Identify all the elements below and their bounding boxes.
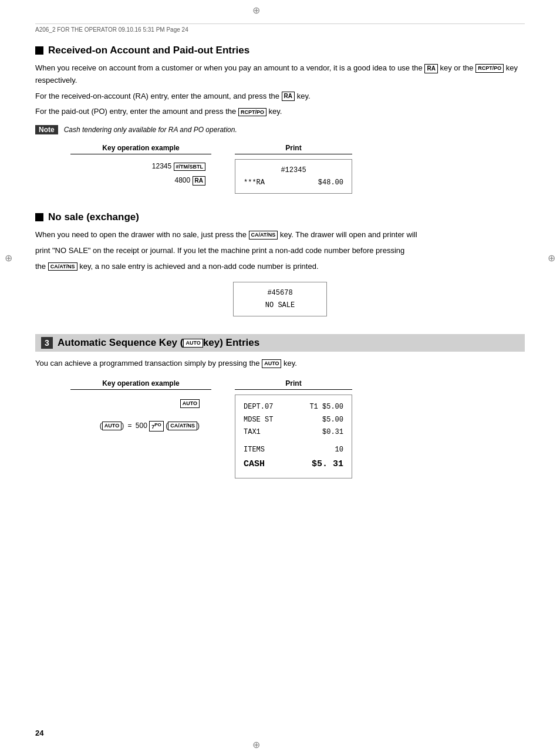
ra-para2-end: key. (297, 92, 311, 100)
section-ns-title: No sale (exchange) (35, 211, 525, 223)
key-auto-p1: AUTO (262, 359, 281, 368)
auto-eq-sign: = (128, 422, 132, 430)
ns-para3-start: the (35, 262, 46, 271)
ra-para3-start: For the paid-out (PO) entry, enter the a… (35, 107, 236, 116)
auto-receipt-r3: TAX1 $0.31 (244, 426, 343, 439)
reg-mark-bottom: ⊕ (252, 739, 260, 750)
ra-para2-start: For the received-on-account (RA) entry, … (35, 92, 279, 100)
page-header: A206_2 FOR THE OPERATOR 09.10.16 5:31 PM… (35, 23, 525, 33)
ns-para1-end: key. The drawer will open and printer wi… (280, 230, 417, 239)
key-rcptpo-para3: RCPT/PO (238, 108, 266, 117)
ra-key-op-line2: 4800 RA (70, 173, 205, 187)
ra-para3-end: key. (269, 107, 282, 116)
section-ns-para1: When you need to open the drawer with no… (35, 229, 525, 241)
section-ns-title-text: No sale (exchange) (48, 211, 139, 223)
ra-key-op-block: Key operation example 12345 #/TM/SBTL 48… (70, 144, 211, 187)
ns-para2: print "NO SALE" on the receipt or journa… (35, 245, 525, 257)
auto-r4-mid: 10 (335, 444, 343, 457)
section-auto: 3 Automatic Sequence Key (AUTOkey) Entri… (35, 334, 525, 478)
ns-receipt-line2: NO SALE (242, 299, 318, 311)
black-square-icon2 (35, 213, 43, 221)
ra-receipt-line1: #12345 (244, 164, 343, 176)
section-ra-para1: When you receive on account from a custo… (35, 62, 525, 87)
section-ns-para3: the CA/AT/NS key, a no sale entry is ach… (35, 261, 525, 273)
note-text: Cash tendering only available for RA and… (64, 125, 237, 134)
section-auto-number: 3 (41, 337, 53, 349)
key-ra-op: RA (193, 176, 205, 186)
auto-operation-container: Key operation example AUTO (AUTO) = 500 … (70, 379, 525, 478)
ns-receipt: #45678 NO SALE (233, 282, 327, 316)
auto-r2-left: MDSE ST (244, 414, 273, 427)
auto-key-line1: AUTO (70, 395, 205, 412)
key-rcptpo-inline: RCPT/PO (475, 64, 504, 73)
ra-receipt-l2-right: $48.00 (318, 177, 343, 188)
key-caatns-auto: CA/AT/NS (168, 422, 197, 430)
reg-mark-right: ⊕ (548, 252, 555, 264)
key-caatns-p1: CA/AT/NS (249, 231, 278, 240)
auto-r3-right: $0.31 (322, 426, 343, 439)
auto-receipt-r4-row: ITEMS 10 (244, 444, 343, 457)
section-auto-title: 3 Automatic Sequence Key (AUTOkey) Entri… (35, 334, 525, 352)
section-ra-title: Received-on Account and Paid-out Entries (35, 45, 525, 56)
key-auto-line1: AUTO (180, 399, 200, 408)
key-ra-para2: RA (282, 92, 295, 101)
page-number: 24 (35, 729, 43, 737)
page-num-text: 24 (35, 729, 43, 737)
ra-key-op-line1: 12345 #/TM/SBTL (70, 159, 205, 173)
auto-receipt-r5: CASH $5. 31 (244, 456, 343, 472)
key-ra-inline: RA (424, 64, 437, 73)
key-7po: 7PO (149, 421, 164, 432)
auto-r3-left: TAX1 (244, 426, 261, 439)
section-no-sale: No sale (exchange) When you need to open… (35, 211, 525, 316)
auto-print-block: Print DEPT.07 T1 $5.00 MDSE ST $5.00 TAX… (235, 379, 352, 478)
auto-key-500: 500 (136, 422, 147, 430)
auto-r5-right: $5. 31 (312, 456, 343, 472)
ra-print-title: Print (235, 144, 352, 154)
auto-title-p1: Automatic Sequence Key ( (58, 337, 183, 348)
section-auto-title-text: Automatic Sequence Key (AUTOkey) Entries (58, 337, 259, 349)
ra-key-num1: 12345 (152, 162, 171, 170)
black-square-icon (35, 46, 43, 55)
key-itmsbtl: #/TM/SBTL (174, 163, 206, 171)
auto-receipt: DEPT.07 T1 $5.00 MDSE ST $5.00 TAX1 $0.3… (235, 395, 352, 478)
ra-key-op-content: 12345 #/TM/SBTL 4800 RA (70, 159, 211, 187)
no-sale-container: #45678 NO SALE (35, 282, 525, 316)
section-ra-para3: For the paid-out (PO) entry, enter the a… (35, 106, 525, 118)
header-text: A206_2 FOR THE OPERATOR 09.10.16 5:31 PM… (35, 26, 188, 33)
section-auto-para1: You can achieve a programmed transaction… (35, 358, 525, 370)
auto-receipt-r2: MDSE ST $5.00 (244, 414, 343, 427)
note-label: Note (35, 125, 58, 134)
section-ra-title-text: Received-on Account and Paid-out Entries (48, 45, 249, 56)
ra-receipt: #12345 ***RA $48.00 (235, 159, 352, 194)
reg-mark-top: ⊕ (252, 5, 260, 16)
ra-receipt-l2-left: ***RA (244, 177, 265, 188)
ns-para3-end: key, a no sale entry is achieved and a n… (79, 262, 318, 271)
auto-para1-start: You can achieve a programmed transaction… (35, 359, 260, 368)
ra-para1-text: When you receive on account from a custo… (35, 63, 423, 72)
auto-r1-right: T1 $5.00 (309, 401, 343, 414)
auto-r5-left: CASH (244, 456, 265, 472)
key-auto-paren: AUTO (102, 422, 122, 430)
ns-para1-start: When you need to open the drawer with no… (35, 230, 247, 239)
key-caatns-p3: CA/AT/NS (48, 262, 77, 271)
key-auto-title: AUTO (183, 339, 203, 348)
auto-r4-left: ITEMS (244, 444, 265, 457)
note-box: Note Cash tendering only available for R… (35, 125, 525, 134)
section-ra-para2: For the received-on-account (RA) entry, … (35, 90, 525, 103)
auto-para1-end: key. (284, 359, 297, 368)
ra-print-block: Print #12345 ***RA $48.00 (235, 144, 352, 194)
section-ra-po: Received-on Account and Paid-out Entries… (35, 45, 525, 194)
auto-key-op-block: Key operation example AUTO (AUTO) = 500 … (70, 379, 211, 434)
ra-operation-container: Key operation example 12345 #/TM/SBTL 48… (70, 144, 525, 194)
ra-key-op-title: Key operation example (70, 144, 211, 154)
reg-mark-left: ⊕ (5, 252, 12, 264)
auto-r2-right: $5.00 (322, 414, 343, 427)
ns-receipt-line1: #45678 (242, 287, 318, 299)
auto-receipt-r1: DEPT.07 T1 $5.00 (244, 401, 343, 414)
auto-key-op-title: Key operation example (70, 379, 211, 390)
ra-receipt-line2: ***RA $48.00 (244, 177, 343, 188)
auto-title-p2: key) Entries (203, 337, 259, 348)
ra-key-num2: 4800 (175, 176, 191, 184)
auto-key-line2: (AUTO) = 500 7PO (CA/AT/NS) (70, 417, 205, 434)
auto-key-op-content: AUTO (AUTO) = 500 7PO (CA/AT/NS) (70, 395, 211, 434)
